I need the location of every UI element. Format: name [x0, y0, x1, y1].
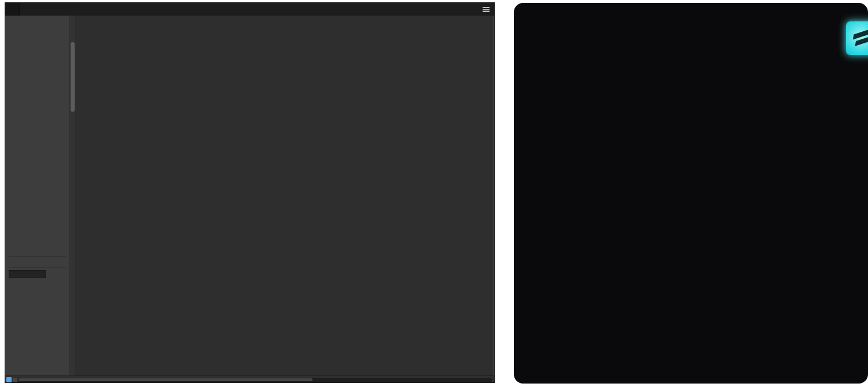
- novation-logo-pad[interactable]: [846, 21, 868, 55]
- scroll-left-button[interactable]: [6, 377, 12, 382]
- clip-grid-area: [75, 16, 493, 375]
- tabbar-corner: [5, 3, 20, 16]
- hamburger-menu-icon[interactable]: [483, 7, 490, 12]
- now-playing-row-label: [9, 257, 66, 268]
- horizontal-scrollbar[interactable]: [5, 375, 494, 382]
- launchpad-controller: [514, 3, 868, 384]
- measures-dropdown[interactable]: [9, 270, 46, 278]
- novation-logo-icon: [852, 30, 868, 47]
- hscroll-thumb[interactable]: [19, 378, 312, 381]
- center-diamond-marker: [675, 206, 696, 227]
- scene-sidebar: [5, 16, 70, 375]
- daw-window: [5, 2, 495, 383]
- tab-bar: [5, 3, 494, 16]
- scroll-step-button[interactable]: [13, 378, 17, 382]
- queue-row-label: [9, 246, 66, 257]
- hscroll-track[interactable]: [18, 378, 492, 382]
- grid-vertical-scrollbar[interactable]: [70, 16, 75, 375]
- scrollbar-thumb[interactable]: [71, 42, 75, 112]
